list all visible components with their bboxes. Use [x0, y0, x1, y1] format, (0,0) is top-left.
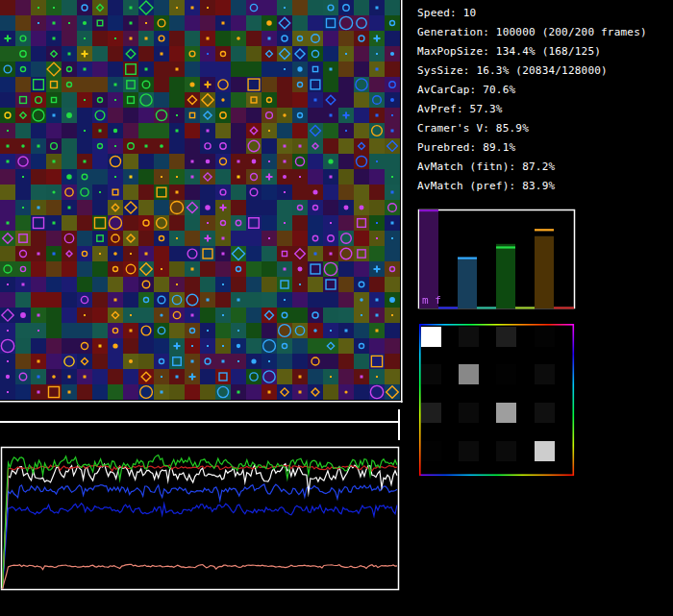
stat-avcarcap: AvCarCap: 70.6%	[417, 81, 647, 100]
stat-syssize: SysSize: 16.3% (20834/128000)	[417, 62, 647, 81]
stat-avmatch-pref: AvMatch (pref): 83.9%	[417, 177, 647, 196]
world-grid-canvas	[0, 0, 404, 404]
stat-generation: Generation: 100000 (200/200 frames)	[417, 23, 647, 42]
history-line-chart	[0, 446, 402, 592]
stat-speed: Speed: 10	[417, 4, 647, 23]
stat-cramers-v: Cramer's V: 85.9%	[417, 119, 647, 138]
species-population-bar-chart	[417, 209, 577, 310]
frame-progress-line	[0, 421, 399, 423]
stat-avmatch-fitn: AvMatch (fitn): 87.2%	[417, 158, 647, 177]
simulation-window: Speed: 10 Generation: 100000 (200/200 fr…	[0, 0, 673, 616]
stat-avpref: AvPref: 57.3%	[417, 100, 647, 119]
stat-maxpopsize: MaxPopSize: 134.4% (168/125)	[417, 42, 647, 62]
frame-progress-end-marker	[398, 409, 400, 440]
stats-panel: Speed: 10 Generation: 100000 (200/200 fr…	[417, 4, 647, 196]
contingency-heatmap	[418, 323, 576, 478]
stat-purebred: Purebred: 89.1%	[417, 138, 647, 158]
